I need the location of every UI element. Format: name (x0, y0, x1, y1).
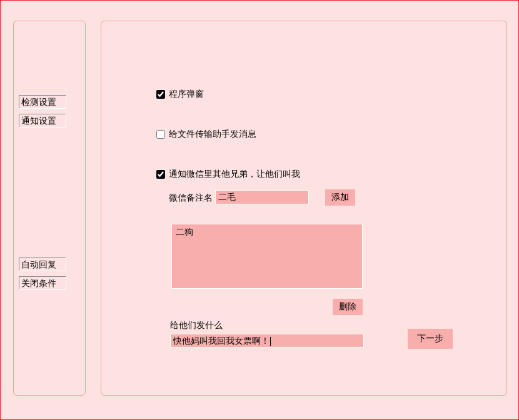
option-wechat-row: 通知微信里其他兄弟，让他们叫我 (156, 169, 300, 180)
delete-button[interactable]: 删除 (333, 299, 363, 315)
message-input-text: 快他妈叫我回我女票啊！ (173, 336, 270, 346)
option-filehelper-checkbox[interactable] (156, 130, 165, 139)
sidebar: 检测设置 通知设置 自动回复 关闭条件 (13, 21, 86, 396)
option-filehelper-row: 给文件传输助手发消息 (156, 129, 256, 140)
option-wechat-checkbox[interactable] (156, 170, 165, 179)
sidebar-item-notify-settings[interactable]: 通知设置 (19, 114, 66, 128)
list-item[interactable]: 二狗 (176, 227, 358, 238)
text-caret (270, 337, 271, 346)
remark-input[interactable] (215, 190, 309, 204)
sidebar-item-detect-settings[interactable]: 检测设置 (19, 95, 66, 109)
option-wechat-label: 通知微信里其他兄弟，让他们叫我 (169, 169, 300, 180)
option-popup-row: 程序弹窗 (156, 89, 204, 100)
main-panel: 程序弹窗 给文件传输助手发消息 通知微信里其他兄弟，让他们叫我 微信备注名 添加… (101, 21, 507, 396)
option-popup-label: 程序弹窗 (169, 89, 204, 100)
message-label: 给他们发什么 (170, 320, 223, 331)
message-input[interactable]: 快他妈叫我回我女票啊！ (170, 334, 364, 348)
sidebar-item-close-condition[interactable]: 关闭条件 (19, 276, 66, 290)
next-button[interactable]: 下一步 (408, 329, 453, 349)
option-filehelper-label: 给文件传输助手发消息 (169, 129, 256, 140)
names-listbox[interactable]: 二狗 (171, 224, 363, 289)
option-popup-checkbox[interactable] (156, 90, 165, 99)
add-button[interactable]: 添加 (325, 189, 355, 206)
remark-label: 微信备注名 (169, 192, 213, 204)
sidebar-item-auto-reply[interactable]: 自动回复 (19, 258, 66, 271)
